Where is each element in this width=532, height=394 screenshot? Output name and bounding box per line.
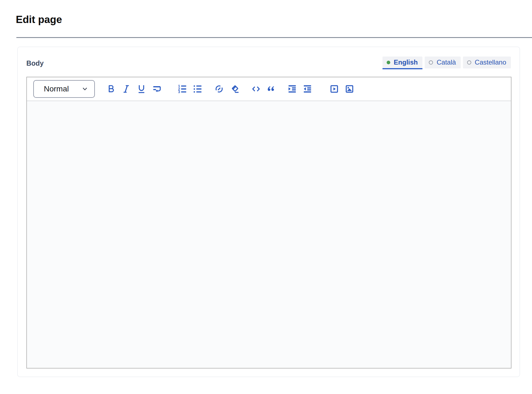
style-dropdown-value: Normal — [44, 85, 69, 93]
link-button[interactable] — [214, 84, 224, 94]
lang-tab-english[interactable]: English — [382, 57, 423, 68]
body-field-panel: Body English Català Castellano Normal — [17, 47, 520, 377]
chevron-down-icon — [82, 86, 88, 92]
editor-body-input[interactable] — [27, 101, 511, 368]
underline-icon — [136, 84, 147, 94]
remove-format-button[interactable] — [229, 84, 240, 94]
lang-tab-label: Castellano — [475, 58, 506, 66]
field-label: Body — [26, 59, 44, 67]
underline-button[interactable] — [136, 84, 147, 94]
active-dot-icon — [387, 61, 390, 64]
radio-circle-icon — [467, 60, 471, 65]
link-icon — [214, 84, 224, 94]
eraser-icon — [229, 84, 240, 94]
editor-toolbar: Normal — [27, 77, 511, 101]
image-icon — [344, 84, 355, 94]
radio-circle-icon — [429, 60, 433, 65]
bullet-list-button[interactable] — [192, 84, 203, 94]
indent-icon — [287, 84, 297, 94]
rich-text-editor: Normal — [26, 77, 511, 369]
style-dropdown[interactable]: Normal — [33, 80, 95, 98]
blockquote-button[interactable] — [266, 84, 277, 94]
outdent-button[interactable] — [302, 84, 313, 94]
language-tabs: English Català Castellano — [382, 57, 511, 68]
bullet-list-icon — [192, 84, 203, 94]
lang-tab-label: Català — [437, 58, 456, 66]
title-divider — [16, 37, 532, 38]
indent-button[interactable] — [287, 84, 297, 94]
numbered-list-button[interactable]: 1 2 3 — [177, 84, 188, 94]
svg-text:3: 3 — [178, 90, 180, 94]
code-icon — [251, 84, 261, 94]
bold-button[interactable] — [106, 84, 116, 94]
lang-tab-label: English — [394, 58, 418, 66]
code-button[interactable] — [251, 84, 261, 94]
italic-icon — [121, 84, 131, 94]
lang-tab-catala[interactable]: Català — [425, 57, 460, 68]
video-icon — [329, 84, 340, 94]
wrap-text-icon — [151, 84, 162, 94]
italic-button[interactable] — [121, 84, 131, 94]
wrap-text-button[interactable] — [151, 84, 162, 94]
lang-tab-castellano[interactable]: Castellano — [463, 57, 511, 68]
numbered-list-icon: 1 2 3 — [177, 84, 188, 94]
image-button[interactable] — [344, 84, 355, 94]
quote-icon — [266, 84, 277, 94]
panel-header: Body English Català Castellano — [26, 57, 511, 68]
bold-icon — [106, 84, 116, 94]
outdent-icon — [302, 84, 313, 94]
video-button[interactable] — [329, 84, 340, 94]
page-title: Edit page — [16, 14, 532, 25]
